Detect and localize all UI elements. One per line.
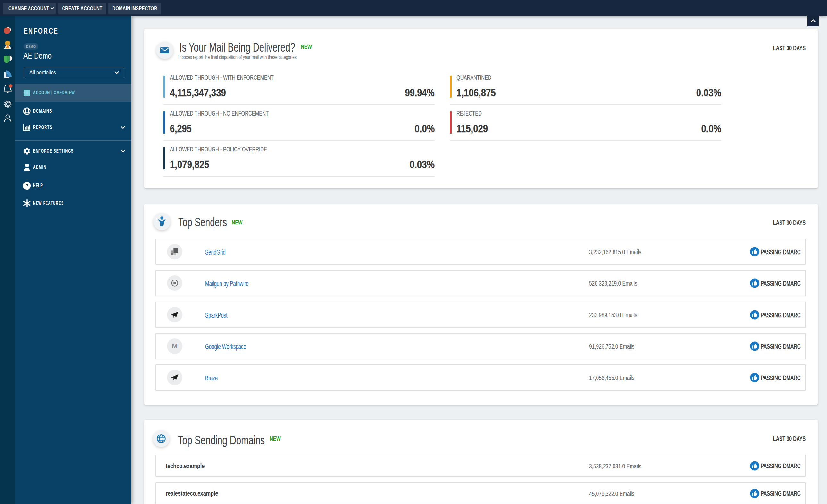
svg-text:?: ? (25, 183, 28, 188)
